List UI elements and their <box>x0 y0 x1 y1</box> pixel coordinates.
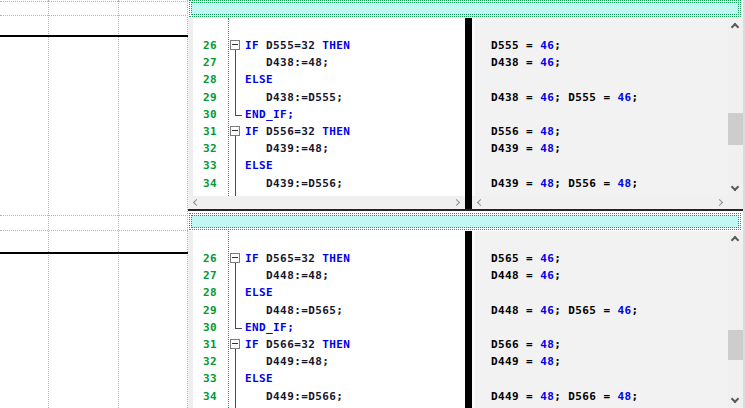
code-line: IF D566=32 THEN <box>245 336 350 353</box>
editor-pane-bottom: 26IF D565=32 THEN27 D448:=48;28ELSE29 D4… <box>188 213 743 408</box>
chevron-left-icon[interactable] <box>193 199 200 206</box>
monitor-line: D565 = 46; <box>491 250 561 267</box>
fold-collapse-icon[interactable] <box>230 339 240 349</box>
worksheet-grid[interactable] <box>0 0 188 408</box>
text-segment: D439:=48; <box>245 142 329 155</box>
text-segment: THEN <box>322 39 350 52</box>
line-number: 32 <box>193 353 217 370</box>
scroll-up-button[interactable] <box>728 231 743 246</box>
text-segment: D555 = <box>491 39 540 52</box>
monitor-value-area[interactable]: D555 = 46;D438 = 46;D438 = 46; D555 = 46… <box>472 18 728 196</box>
scroll-down-button[interactable] <box>728 393 743 408</box>
text-segment: D439 = <box>491 177 540 190</box>
text-segment: 48 <box>540 355 554 368</box>
monitor-line: D438 = 46; D555 = 46; <box>491 89 639 106</box>
text-segment: ELSE <box>245 159 273 172</box>
pane-header-bar[interactable] <box>191 215 739 228</box>
text-segment: IF <box>245 338 266 351</box>
text-segment: 46 <box>540 269 554 282</box>
code-line: IF D565=32 THEN <box>245 250 350 267</box>
text-segment: ; <box>554 125 561 138</box>
vertical-scrollbar-thumb[interactable] <box>728 330 743 360</box>
text-segment: 48 <box>540 177 554 190</box>
horizontal-scrollbar-monitor[interactable] <box>472 196 728 209</box>
text-segment: END_IF; <box>245 321 294 334</box>
fold-guide-line <box>235 353 236 370</box>
text-segment: THEN <box>322 252 350 265</box>
monitor-line: D439 = 48; D556 = 48; <box>491 175 639 192</box>
code-line: D439:=48; <box>245 140 329 157</box>
text-segment: ELSE <box>245 372 273 385</box>
line-number: 27 <box>193 267 217 284</box>
text-segment: D439 = <box>491 142 540 155</box>
fold-collapse-icon[interactable] <box>230 253 240 263</box>
text-segment: 46 <box>540 56 554 69</box>
monitor-line: D449 = 48; <box>491 353 561 370</box>
code-line: ELSE <box>245 157 273 174</box>
scroll-up-button[interactable] <box>728 18 743 33</box>
line-number: 29 <box>193 89 217 106</box>
fold-guide-line <box>235 71 236 88</box>
code-line: END_IF; <box>245 319 294 336</box>
text-segment: ; D566 = <box>554 390 617 403</box>
grid-row-line <box>0 215 188 216</box>
code-line: IF D555=32 THEN <box>245 37 350 54</box>
fold-collapse-icon[interactable] <box>230 40 240 50</box>
monitor-line: D439 = 48; <box>491 140 561 157</box>
code-line: D448:=D565; <box>245 302 343 319</box>
line-number: 33 <box>193 157 217 174</box>
vertical-scrollbar[interactable] <box>728 18 743 196</box>
text-segment: ; <box>631 177 638 190</box>
line-number: 28 <box>193 71 217 88</box>
monitor-line: D448 = 46; <box>491 267 561 284</box>
text-segment: D556=32 <box>266 125 315 138</box>
pane-header[interactable] <box>189 213 741 230</box>
text-segment: ; <box>631 390 638 403</box>
line-number: 30 <box>193 106 217 123</box>
text-segment: 46 <box>617 91 631 104</box>
text-segment: 46 <box>540 252 554 265</box>
vertical-scrollbar-thumb[interactable] <box>728 113 743 145</box>
text-segment: D556 = <box>491 125 540 138</box>
text-segment: D565=32 <box>266 252 315 265</box>
vertical-scrollbar[interactable] <box>728 231 743 408</box>
text-segment: 48 <box>540 390 554 403</box>
fold-guide-line <box>235 106 236 115</box>
fold-guide-line <box>235 284 236 301</box>
text-segment: ; <box>631 91 638 104</box>
text-segment: ; <box>631 304 638 317</box>
split-divider[interactable] <box>465 18 472 210</box>
horizontal-scrollbar-code[interactable] <box>188 196 465 209</box>
scroll-down-button[interactable] <box>728 181 743 196</box>
line-number: 31 <box>193 123 217 140</box>
chevron-right-icon[interactable] <box>716 199 723 206</box>
line-number: 30 <box>193 319 217 336</box>
monitor-line: D566 = 48; <box>491 336 561 353</box>
text-segment: 48 <box>540 338 554 351</box>
ladder-rail-line <box>0 35 188 37</box>
code-line: D449:=D566; <box>245 388 343 405</box>
split-divider[interactable] <box>465 231 472 408</box>
code-line: D448:=48; <box>245 267 329 284</box>
fold-guide-line <box>235 302 236 319</box>
code-editor-area[interactable]: 26IF D555=32 THEN27 D438:=48;28ELSE29 D4… <box>188 18 465 196</box>
text-segment: ELSE <box>245 73 273 86</box>
text-segment: END_IF; <box>245 108 294 121</box>
monitor-value-area[interactable]: D565 = 46;D448 = 46;D448 = 46; D565 = 46… <box>472 231 728 408</box>
grid-row-line <box>0 15 188 16</box>
monitor-line: D438 = 46; <box>491 54 561 71</box>
chevron-left-icon[interactable] <box>477 199 484 206</box>
fold-guide-line <box>235 157 236 174</box>
fold-collapse-icon[interactable] <box>230 126 240 136</box>
text-segment: D439:=D556; <box>245 177 343 190</box>
chevron-up-icon <box>731 236 739 244</box>
fold-guide-line <box>235 140 236 157</box>
pane-header-bar[interactable] <box>191 2 739 15</box>
pane-header[interactable] <box>189 0 741 17</box>
code-editor-area[interactable]: 26IF D565=32 THEN27 D448:=48;28ELSE29 D4… <box>188 231 465 408</box>
text-segment: 46 <box>540 39 554 52</box>
chevron-right-icon[interactable] <box>453 199 460 206</box>
line-number: 27 <box>193 54 217 71</box>
fold-guide-line <box>235 89 236 106</box>
line-number: 32 <box>193 140 217 157</box>
